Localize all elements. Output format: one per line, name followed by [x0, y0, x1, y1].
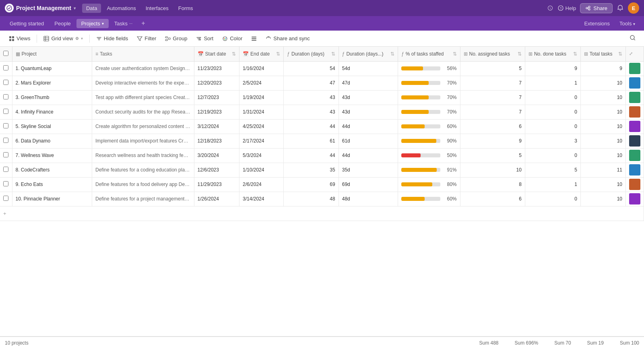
- tab-tasks[interactable]: Tasks ···: [109, 19, 138, 28]
- tab-projects[interactable]: Projects ▾: [76, 19, 109, 28]
- duration-days-col-header[interactable]: ƒ Duration (days) ⇅: [284, 47, 339, 61]
- duration-label-cell: 48d: [339, 192, 398, 206]
- share-sync-btn[interactable]: Share and sync: [262, 34, 314, 43]
- duration-sort[interactable]: ⇅: [331, 51, 335, 57]
- share-button[interactable]: Share: [580, 3, 613, 13]
- assigned-sort[interactable]: ⇅: [518, 51, 522, 57]
- row-height-btn[interactable]: [247, 34, 261, 43]
- total-icon: ⊞: [584, 51, 588, 57]
- end-date-col-header[interactable]: 📅 End date ⇅: [239, 47, 284, 61]
- extensions-btn[interactable]: Extensions: [580, 19, 614, 28]
- row-checkbox-cell[interactable]: [0, 163, 12, 177]
- row-checkbox-cell[interactable]: [0, 177, 12, 192]
- pct-label: 90%: [443, 138, 457, 144]
- row-checkbox[interactable]: [3, 181, 8, 186]
- hide-fields-btn[interactable]: Hide fields: [92, 34, 132, 43]
- pct-label: 70%: [443, 80, 457, 86]
- tab-getting-started[interactable]: Getting started: [5, 19, 49, 28]
- project-col-header[interactable]: ▦ Project: [12, 47, 92, 61]
- nav-data[interactable]: Data: [82, 4, 101, 13]
- no-assigned-cell: 7: [460, 76, 525, 90]
- duration-num-cell: 61: [284, 134, 339, 148]
- start-date-sort[interactable]: ⇅: [232, 51, 236, 57]
- help-btn[interactable]: ? Help: [557, 5, 576, 11]
- duration-num-cell: 69: [284, 177, 339, 192]
- views-btn[interactable]: Views: [5, 34, 34, 43]
- progress-fill: [401, 139, 436, 143]
- row-checkbox-cell[interactable]: [0, 134, 12, 148]
- group-label: Group: [173, 35, 187, 41]
- group-btn[interactable]: Group: [161, 34, 191, 43]
- nav-automations[interactable]: Automations: [103, 4, 140, 13]
- row-checkbox[interactable]: [3, 80, 8, 85]
- row-checkbox-cell[interactable]: [0, 105, 12, 119]
- duration-label-cell: 69d: [339, 177, 398, 192]
- start-date-col-header[interactable]: 📅 Start date ⇅: [194, 47, 239, 61]
- pct-label: 60%: [443, 196, 457, 202]
- svg-point-17: [225, 39, 225, 39]
- row-checkbox[interactable]: [3, 138, 8, 143]
- row-checkbox-cell[interactable]: [0, 148, 12, 163]
- history-btn[interactable]: [547, 5, 553, 11]
- row-checkbox[interactable]: [3, 94, 8, 99]
- row-checkbox[interactable]: [3, 65, 8, 70]
- no-assigned-col-header[interactable]: ⊞ No. assigned tasks ⇅: [460, 47, 525, 61]
- filter-btn[interactable]: Filter: [133, 34, 160, 43]
- add-tab-btn[interactable]: +: [138, 18, 148, 29]
- app-logo[interactable]: Project Management ▾: [5, 4, 76, 12]
- nav-forms[interactable]: Forms: [174, 4, 197, 13]
- duration-label-cell: 44d: [339, 119, 398, 134]
- duration-label-cell: 43d: [339, 105, 398, 119]
- row-checkbox[interactable]: [3, 167, 8, 172]
- row-checkbox-cell[interactable]: [0, 192, 12, 206]
- progress-bar: [401, 182, 440, 186]
- row-checkbox-cell[interactable]: [0, 61, 12, 76]
- start-date-cell: 11/29/2023: [194, 177, 239, 192]
- add-row[interactable]: +: [0, 206, 644, 221]
- table-row: 10. Pinnacle Planner Define features for…: [0, 192, 644, 206]
- row-checkbox-cell[interactable]: [0, 119, 12, 134]
- thumb-col-header[interactable]: ⤢: [626, 47, 644, 61]
- sort-btn[interactable]: Sort: [192, 34, 217, 43]
- select-all-checkbox[interactable]: [3, 51, 8, 56]
- duration-days2-col-header[interactable]: ƒ Duration (days...) ⇅: [339, 47, 398, 61]
- total-sort[interactable]: ⇅: [618, 51, 622, 57]
- tasks-col-header[interactable]: ≡ Tasks: [92, 47, 194, 61]
- sort-label: Sort: [204, 35, 213, 41]
- search-btn[interactable]: [626, 33, 639, 44]
- tools-btn[interactable]: Tools ▾: [615, 19, 639, 28]
- table-wrapper[interactable]: ▦ Project ≡ Tasks 📅 Start date: [0, 47, 644, 336]
- row-checkbox[interactable]: [3, 152, 8, 157]
- total-tasks-col-header[interactable]: ⊞ Total tasks ⇅: [580, 47, 625, 61]
- pct-sort[interactable]: ⇅: [453, 51, 457, 57]
- no-done-col-header[interactable]: ⊞ No. done tasks ⇅: [525, 47, 580, 61]
- pct-staffed-col-header[interactable]: ƒ % of tasks staffed ⇅: [398, 47, 460, 61]
- end-date-sort[interactable]: ⇅: [276, 51, 280, 57]
- duration2-sort[interactable]: ⇅: [390, 51, 394, 57]
- svg-text:?: ?: [559, 6, 561, 10]
- tab-people[interactable]: People: [50, 19, 75, 28]
- end-date-cell: 1/19/2024: [239, 90, 284, 105]
- svg-point-16: [225, 37, 226, 38]
- row-checkbox[interactable]: [3, 109, 8, 114]
- start-date-cell: 12/7/2023: [194, 90, 239, 105]
- progress-bar: [401, 81, 440, 85]
- row-checkbox[interactable]: [3, 123, 8, 128]
- color-btn[interactable]: Color: [218, 34, 246, 43]
- top-navigation: Project Management ▾ Data Automations In…: [0, 0, 644, 16]
- done-sort[interactable]: ⇅: [573, 51, 577, 57]
- app-title-chevron[interactable]: ▾: [74, 6, 76, 10]
- row-checkbox-cell[interactable]: [0, 76, 12, 90]
- grid-view-settings[interactable]: ⚙: [75, 36, 79, 41]
- notification-btn[interactable]: [617, 4, 624, 12]
- grid-view-btn[interactable]: Grid view ⚙ ▾: [39, 34, 87, 43]
- pct-label: 70%: [443, 95, 457, 100]
- no-done-cell: 1: [525, 177, 580, 192]
- row-checkbox[interactable]: [3, 196, 8, 201]
- nav-interfaces[interactable]: Interfaces: [142, 4, 173, 13]
- user-avatar[interactable]: E: [628, 2, 639, 14]
- svg-rect-20: [252, 40, 256, 41]
- project-cell: 10. Pinnacle Planner: [12, 192, 92, 206]
- row-checkbox-cell[interactable]: [0, 90, 12, 105]
- select-all-header[interactable]: [0, 47, 12, 61]
